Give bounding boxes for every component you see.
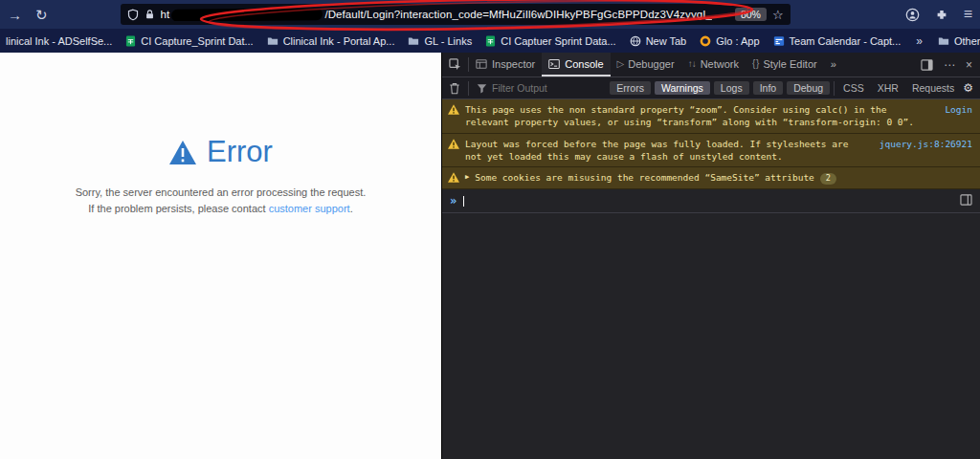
bookmark-item[interactable]: New Tab [624, 33, 693, 49]
warning-icon [448, 172, 459, 183]
other-bookmarks-label: Other Bookmarks [954, 35, 980, 47]
warning-message-text: Some cookies are misusing the recommende… [475, 171, 972, 185]
bookmark-label: New Tab [646, 35, 687, 47]
filter-xhr-button[interactable]: XHR [873, 81, 903, 95]
tab-console[interactable]: Console [542, 53, 610, 76]
globe-icon [630, 35, 641, 47]
url-redaction [171, 9, 323, 21]
bookmark-label: CI Capture_Sprint Dat... [141, 35, 253, 47]
bookmark-item[interactable]: linical Ink - ADSelfSe... [0, 33, 118, 49]
bookmarks-overflow-chevron[interactable]: » [908, 34, 930, 48]
filter-requests-button[interactable]: Requests [907, 81, 959, 95]
filter-warnings-button[interactable]: Warnings [655, 81, 710, 95]
warning-icon [448, 139, 459, 149]
console-settings-gear-icon[interactable]: ⚙ [963, 82, 973, 94]
filter-output-box[interactable] [477, 82, 597, 94]
error-message-line2: If the problem persists, please contact … [0, 201, 441, 217]
console-warning-row[interactable]: Layout was forced before the page was fu… [442, 134, 980, 168]
account-icon[interactable] [905, 8, 920, 22]
bookmark-label: GL - Links [424, 35, 472, 47]
tab-inspector[interactable]: Inspector [469, 53, 542, 76]
error-message: Sorry, the server encountered an error p… [0, 185, 441, 217]
devtools-tabbar: Inspector Console ▷Debugger ↑↓Network { … [442, 53, 980, 77]
bookmark-item[interactable]: CI Captuer Sprint Data... [479, 33, 621, 49]
close-devtools-icon[interactable]: × [966, 59, 972, 71]
extensions-icon[interactable] [935, 8, 948, 21]
other-bookmarks-folder[interactable]: Other Bookmarks [932, 33, 980, 49]
customer-support-link[interactable]: customer support [269, 203, 350, 214]
console-empty-area[interactable] [442, 213, 980, 459]
console-warning-row[interactable]: This page uses the non standard property… [442, 99, 980, 134]
expand-caret-icon[interactable]: ▶ [465, 173, 469, 183]
filter-css-button[interactable]: CSS [838, 81, 869, 95]
error-message-line1: Sorry, the server encountered an error p… [0, 185, 441, 201]
folder-icon [938, 35, 949, 46]
inspector-icon [476, 58, 487, 70]
browser-toolbar: → ↻ ht/Default/Login?interaction_code=Mf… [0, 0, 980, 29]
error-header: Error [0, 135, 441, 169]
calendar-icon [773, 35, 785, 47]
bookmark-label: CI Captuer Sprint Data... [501, 35, 615, 47]
zoom-level-badge[interactable]: 80% [735, 8, 767, 21]
console-filter-bar: Errors Warnings Logs Info Debug CSS XHR … [442, 77, 980, 99]
pick-element-icon[interactable] [442, 53, 468, 76]
tab-style-editor[interactable]: { }Style Editor [746, 53, 824, 76]
menu-icon[interactable]: ≡ [964, 6, 972, 23]
sheet-icon [125, 35, 136, 47]
sidebar-toggle-icon[interactable] [960, 194, 972, 208]
toolbar-right-icons: ≡ [905, 6, 972, 23]
filter-info-button[interactable]: Info [753, 81, 784, 95]
console-output: This page uses the non standard property… [442, 99, 980, 459]
error-page-title: Error [207, 135, 273, 169]
text-cursor [463, 196, 464, 207]
clear-console-trash-icon[interactable] [449, 82, 460, 95]
message-count-badge: 2 [820, 173, 836, 185]
lock-icon[interactable] [145, 9, 155, 20]
meatball-menu-icon[interactable]: ⋯ [944, 59, 955, 71]
bookmark-item[interactable]: Team Calendar - Capt... [768, 33, 907, 49]
bookmark-label: Team Calendar - Capt... [790, 35, 902, 47]
error-page: Error Sorry, the server encountered an e… [0, 53, 441, 459]
message-source-link[interactable]: Login [945, 103, 972, 116]
forward-arrow-icon[interactable]: → [8, 8, 22, 22]
content-area: Error Sorry, the server encountered an e… [0, 53, 980, 459]
filter-errors-button[interactable]: Errors [610, 81, 651, 95]
browser-window: → ↻ ht/Default/Login?interaction_code=Mf… [0, 0, 980, 459]
console-warning-row[interactable]: ▶ Some cookies are misusing the recommen… [442, 167, 980, 189]
console-prompt-icon: » [450, 194, 457, 208]
bookmark-item[interactable]: Clinical Ink - Portal Ap... [261, 33, 401, 49]
console-icon [548, 58, 560, 70]
folder-icon [267, 35, 278, 46]
bookmark-label: Glo : App [716, 35, 759, 47]
style-editor-icon: { } [752, 58, 758, 69]
bookmark-item[interactable]: Glo : App [694, 33, 765, 49]
warning-message-text: Layout was forced before the page was fu… [465, 138, 866, 164]
dock-side-icon[interactable] [921, 59, 933, 71]
tab-debugger[interactable]: ▷Debugger [611, 53, 681, 76]
reload-icon[interactable]: ↻ [35, 8, 48, 22]
address-bar[interactable]: ht/Default/Login?interaction_code=MfHuZi… [121, 4, 791, 25]
console-filter-buttons: Errors Warnings Logs Info Debug CSS XHR … [610, 81, 973, 96]
bookmark-label: linical Ink - ADSelfSe... [6, 35, 112, 47]
warning-message-text: This page uses the non standard property… [465, 103, 931, 129]
url-text: ht/Default/Login?interaction_code=MfHuZi… [161, 9, 713, 21]
folder-icon [408, 35, 419, 46]
filter-logs-button[interactable]: Logs [714, 81, 749, 95]
devtools-panel: Inspector Console ▷Debugger ↑↓Network { … [441, 53, 980, 459]
bookmark-label: Clinical Ink - Portal Ap... [283, 35, 395, 47]
shield-icon[interactable] [127, 9, 139, 21]
divider [468, 81, 469, 96]
filter-output-input[interactable] [492, 82, 597, 94]
message-source-link[interactable]: jquery.js:8:26921 [880, 138, 972, 150]
divider [834, 81, 835, 96]
warning-icon [448, 104, 459, 115]
more-tabs-chevron[interactable]: » [824, 53, 843, 76]
filter-funnel-icon [477, 83, 487, 94]
bookmark-item[interactable]: CI Capture_Sprint Dat... [120, 33, 258, 49]
bookmark-star-icon[interactable]: ☆ [772, 8, 784, 22]
tab-network[interactable]: ↑↓Network [681, 53, 746, 76]
console-input-row[interactable]: » [442, 189, 980, 213]
filter-debug-button[interactable]: Debug [787, 81, 830, 95]
bookmark-item[interactable]: GL - Links [402, 33, 478, 49]
sheet-icon [485, 35, 496, 47]
